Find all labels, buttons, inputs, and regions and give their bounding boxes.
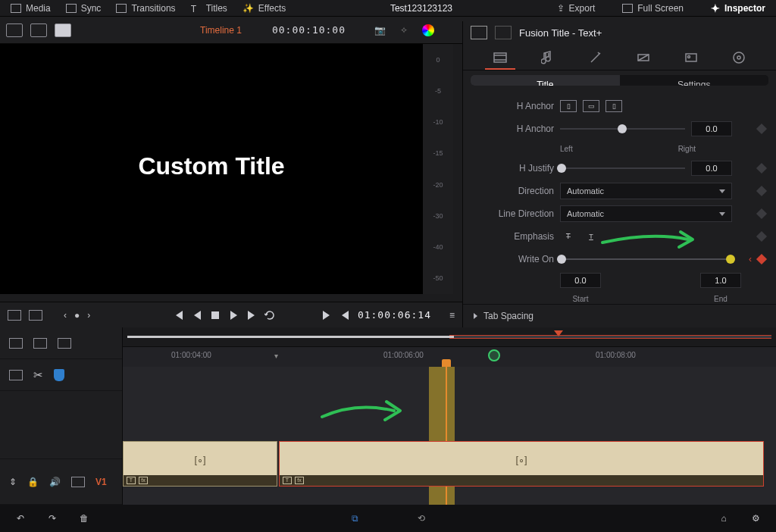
menu-export[interactable]: ⇪Export: [549, 3, 603, 14]
writeon-keyframe[interactable]: [756, 254, 767, 264]
view-mode-1-icon[interactable]: [6, 23, 23, 37]
right-label: Right: [678, 145, 696, 153]
scissors-icon[interactable]: ✂: [33, 368, 43, 382]
tab-image[interactable]: [676, 47, 706, 70]
playhead-timecode[interactable]: 01:00:06:14: [358, 309, 431, 321]
tl-tool-d-icon[interactable]: [9, 370, 23, 380]
step-back-icon[interactable]: [192, 310, 202, 321]
hanchor-slider[interactable]: [560, 128, 685, 130]
emphasis-underline[interactable]: T: [583, 230, 599, 243]
tab-effects[interactable]: [580, 47, 611, 70]
hanchor-keyframe[interactable]: [756, 124, 767, 134]
cut-page-icon[interactable]: ⧉: [348, 512, 361, 524]
loading-icon[interactable]: ⟲: [415, 512, 428, 524]
hanchor-right-option[interactable]: ▯: [605, 100, 622, 112]
tab-transition[interactable]: [628, 47, 659, 70]
menu-sync[interactable]: Sync: [58, 0, 109, 16]
hanchor-center-option[interactable]: ▭: [583, 100, 599, 112]
media-icon: [11, 4, 21, 13]
video-track-icon[interactable]: [71, 477, 85, 487]
trash-icon[interactable]: 🗑: [77, 512, 91, 524]
menu-inspector[interactable]: ✦Inspector: [703, 2, 773, 14]
prev-clip-icon[interactable]: [340, 310, 350, 321]
home-icon[interactable]: ⌂: [717, 512, 731, 524]
shield-icon[interactable]: [54, 369, 64, 381]
timeline-tracks[interactable]: 01:00:04:00 01:00:06:00 01:00:08:00 ▾ [∘…: [123, 327, 776, 505]
scrub-strip[interactable]: [123, 327, 776, 347]
menu-media[interactable]: Media: [3, 0, 58, 16]
row-hanchor-options: H Anchor ▯ ▭ ▯: [474, 98, 765, 114]
lock-icon[interactable]: 🔒: [27, 477, 39, 487]
menu-titles[interactable]: TTitles: [183, 0, 235, 16]
hjustify-slider[interactable]: [560, 167, 685, 169]
tab-title[interactable]: Title: [471, 75, 620, 86]
emphasis-strikethrough[interactable]: T̶: [560, 230, 577, 243]
writeon-start-value[interactable]: 0.0: [560, 273, 601, 288]
go-end-icon[interactable]: [321, 310, 332, 321]
marker-dot-icon[interactable]: ●: [74, 310, 80, 321]
hanchor-left-option[interactable]: ▯: [560, 100, 577, 112]
tab-audio[interactable]: [533, 47, 563, 70]
title-clip-2[interactable]: [∘] Tfx: [279, 441, 764, 487]
titles-icon: T: [191, 4, 202, 13]
tab-settings[interactable]: Settings: [620, 75, 769, 86]
track-label-v1[interactable]: V1: [95, 477, 107, 487]
bypass-fx-icon[interactable]: ✧: [396, 22, 412, 39]
line-direction-dropdown[interactable]: Automatic: [560, 205, 732, 222]
tool-1-icon[interactable]: [8, 310, 21, 321]
tl-tool-b-icon[interactable]: [33, 338, 47, 349]
clip-thumb-icon[interactable]: [471, 26, 487, 39]
inspector-panel: Fusion Title - Text+ Title Settings H An…: [462, 21, 776, 327]
inspector-title: Fusion Title - Text+: [519, 27, 602, 39]
snap-icon[interactable]: ⇕: [9, 477, 17, 487]
step-fwd-icon[interactable]: [246, 310, 257, 321]
duration-timecode[interactable]: 00:00:10:00: [272, 24, 346, 36]
tool-2-icon[interactable]: [29, 310, 42, 321]
viewer-panel[interactable]: Custom Title: [0, 44, 423, 294]
scrub-playhead[interactable]: [554, 330, 563, 336]
camera-icon[interactable]: 📷: [371, 22, 388, 39]
color-wheel-icon[interactable]: [420, 22, 436, 39]
menu-transitions[interactable]: Transitions: [108, 0, 183, 16]
hjustify-value[interactable]: 0.0: [691, 161, 732, 176]
direction-dropdown[interactable]: Automatic: [560, 183, 732, 199]
emphasis-keyframe[interactable]: [756, 231, 767, 242]
timeline-name[interactable]: Timeline 1: [200, 25, 242, 36]
inspector-properties: H Anchor ▯ ▭ ▯ H Anchor 0.0 Left Right H…: [463, 90, 776, 304]
menu-fullscreen[interactable]: Full Screen: [615, 3, 691, 14]
hjustify-keyframe[interactable]: [756, 163, 767, 174]
go-start-icon[interactable]: [174, 310, 184, 321]
menu-icon[interactable]: ≡: [449, 310, 455, 321]
hanchor-value[interactable]: 0.0: [691, 121, 732, 136]
gear-icon[interactable]: ⚙: [749, 512, 762, 524]
title-clip-1[interactable]: [∘] Tfx: [123, 441, 277, 487]
prev-marker-icon[interactable]: ‹: [64, 310, 67, 321]
tl-tool-c-icon[interactable]: [58, 338, 71, 349]
prev-keyframe-icon[interactable]: ‹: [749, 254, 752, 264]
tab-video[interactable]: [485, 47, 515, 70]
play-icon[interactable]: [228, 310, 239, 321]
speaker-track-icon[interactable]: 🔊: [49, 477, 61, 487]
redo-icon[interactable]: ↷: [45, 512, 59, 524]
next-marker-icon[interactable]: ›: [87, 310, 90, 321]
tab-spacing-section[interactable]: Tab Spacing: [463, 304, 776, 327]
direction-keyframe[interactable]: [756, 186, 767, 196]
preview-title-text: Custom Title: [138, 152, 284, 180]
writeon-end-handle[interactable]: [726, 255, 735, 264]
writeon-slider[interactable]: [560, 258, 734, 260]
reel-icon: [732, 51, 746, 64]
undo-icon[interactable]: ↶: [14, 512, 27, 524]
view-mode-3-icon[interactable]: [55, 23, 71, 37]
menu-effects[interactable]: ✨Effects: [235, 0, 293, 16]
tl-tool-a-icon[interactable]: [9, 338, 23, 349]
stop-icon[interactable]: [210, 310, 221, 321]
row-direction: Direction Automatic: [474, 183, 765, 199]
svg-rect-0: [494, 53, 506, 62]
clip-thumb2-icon[interactable]: [495, 26, 512, 39]
writeon-end-value[interactable]: 1.0: [700, 273, 741, 288]
writeon-start-label: Start: [560, 295, 601, 303]
loop-icon[interactable]: [264, 310, 275, 321]
view-mode-2-icon[interactable]: [30, 23, 47, 37]
linedir-keyframe[interactable]: [756, 208, 767, 219]
tab-file[interactable]: [724, 47, 754, 70]
